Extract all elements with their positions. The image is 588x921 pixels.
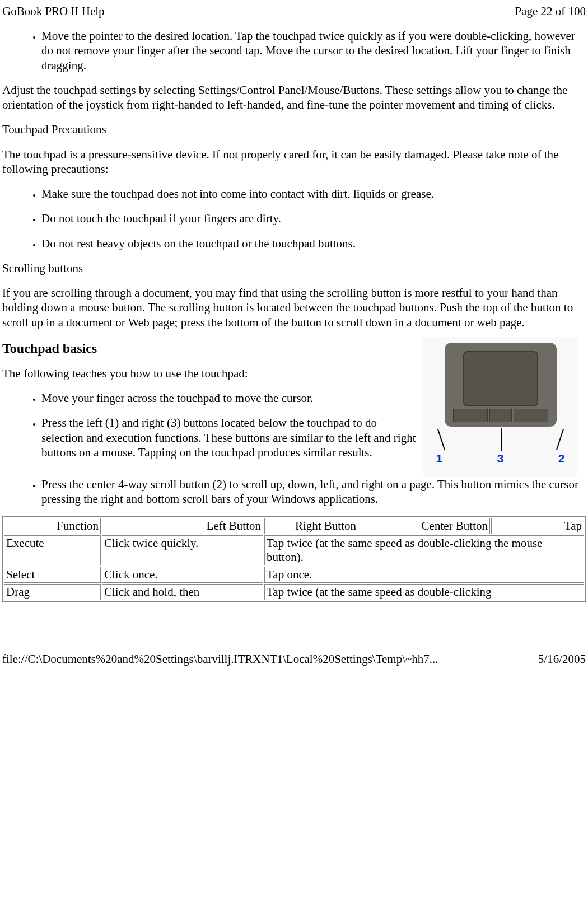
td-left: Click twice quickly. <box>102 535 263 565</box>
footer-path: file://C:\Documents%20and%20Settings\bar… <box>2 652 438 666</box>
touchpad-body-shape <box>445 343 557 427</box>
touchpad-pad-shape <box>463 351 538 406</box>
list-item: Do not touch the touchpad if your finger… <box>41 211 586 226</box>
touchpad-image: 1 3 2 <box>423 337 586 477</box>
function-table: Function Left Button Right Button Center… <box>2 516 586 602</box>
th-center: Center Button <box>360 518 490 534</box>
td-right: Tap twice (at the same speed as double-c… <box>264 584 584 600</box>
image-labels: 1 3 2 <box>436 452 565 465</box>
intro-list: Move the pointer to the desired location… <box>2 29 586 73</box>
header-page-info: Page 22 of 100 <box>515 4 586 18</box>
page-content: Move the pointer to the desired location… <box>0 29 588 602</box>
td-left: Click and hold, then <box>102 584 263 600</box>
table-row: Select Click once. Tap once. <box>4 567 584 583</box>
scrolling-heading: Scrolling buttons <box>2 261 586 275</box>
left-button-shape <box>453 409 488 422</box>
td-function: Execute <box>4 535 101 565</box>
table-row: Drag Click and hold, then Tap twice (at … <box>4 584 584 600</box>
td-right: Tap once. <box>264 567 584 583</box>
pointer-line <box>501 428 502 451</box>
precautions-heading: Touchpad Precautions <box>2 122 586 137</box>
touchpad-buttons-shape <box>453 409 548 422</box>
para-adjust: Adjust the touchpad settings by selectin… <box>2 83 586 113</box>
page-header: GoBook PRO II Help Page 22 of 100 <box>0 0 588 18</box>
pointer-line <box>437 428 445 450</box>
list-item: Do not rest heavy objects on the touchpa… <box>41 236 586 251</box>
header-title: GoBook PRO II Help <box>2 4 105 18</box>
td-function: Drag <box>4 584 101 600</box>
th-left: Left Button <box>102 518 263 534</box>
td-right: Tap twice (at the same speed as double-c… <box>264 535 584 565</box>
scrolling-body: If you are scrolling through a document,… <box>2 286 586 330</box>
center-button-shape <box>489 409 512 422</box>
footer-date: 5/16/2005 <box>538 652 586 666</box>
td-left: Click once. <box>102 567 263 583</box>
table-row: Execute Click twice quickly. Tap twice (… <box>4 535 584 565</box>
precautions-list: Make sure the touchpad does not into com… <box>2 186 586 251</box>
td-function: Select <box>4 567 101 583</box>
precautions-intro: The touchpad is a pressure-sensitive dev… <box>2 147 586 177</box>
image-label-3: 3 <box>497 452 504 465</box>
touchpad-illustration: 1 3 2 <box>423 337 577 477</box>
table-header-row: Function Left Button Right Button Center… <box>4 518 584 534</box>
th-function: Function <box>4 518 101 534</box>
image-label-2: 2 <box>558 452 565 465</box>
list-item: Press the center 4-way scroll button (2)… <box>41 477 586 507</box>
th-right: Right Button <box>264 518 358 534</box>
page-footer: file://C:\Documents%20and%20Settings\bar… <box>0 652 588 671</box>
list-item: Make sure the touchpad does not into com… <box>41 186 586 201</box>
right-button-shape <box>514 409 548 422</box>
pointer-line <box>556 428 563 450</box>
intro-list-item: Move the pointer to the desired location… <box>41 29 586 73</box>
th-tap: Tap <box>491 518 584 534</box>
image-label-1: 1 <box>436 452 443 465</box>
